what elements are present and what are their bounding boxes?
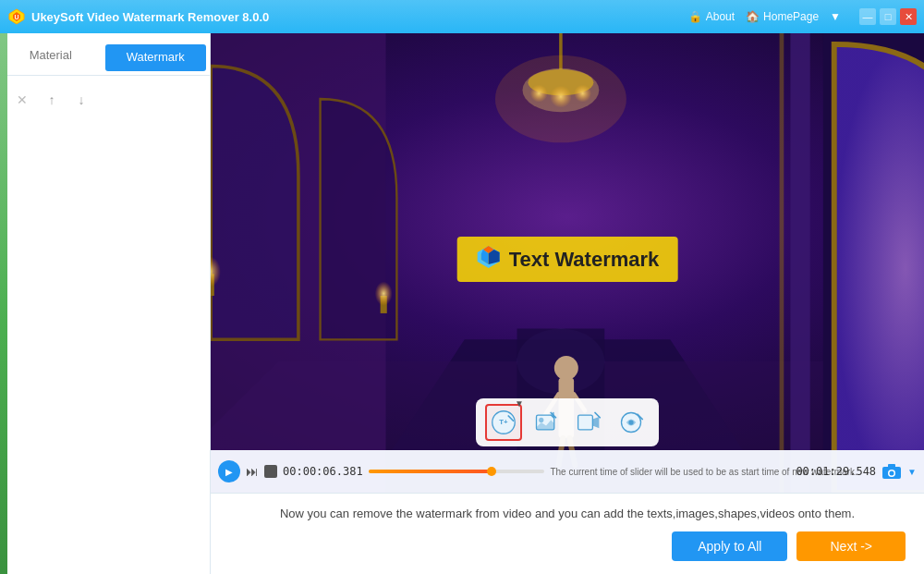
stop-button[interactable] [264,465,277,478]
bottom-section: Now you can remove the watermark from vi… [211,493,924,574]
add-animated-watermark-button[interactable] [613,404,650,441]
sidebar-tabs: Material Watermark [0,41,210,76]
svg-point-18 [375,282,393,306]
dropdown-button[interactable]: ▼ [830,10,841,23]
next-button[interactable]: Next -> [796,531,906,561]
video-controls: ▶ ⏭ 00:00:06.381 The current time of sli… [211,450,924,493]
camera-dropdown-button[interactable]: ▼ [907,467,917,477]
apply-to-all-button[interactable]: Apply to All [672,531,787,561]
title-bar-left: U UkeySoft Video Watermark Remover 8.0.0 [7,7,269,26]
about-button[interactable]: 🔒 About [688,10,735,23]
svg-point-23 [554,356,578,380]
play-button[interactable]: ▶ [218,460,240,482]
watermark-overlay: Text Watermark [457,237,678,282]
svg-rect-39 [578,415,593,430]
app-logo-icon: U [7,7,26,26]
hint-text: The current time of slider will be used … [550,467,790,477]
lock-icon: 🔒 [688,10,702,23]
toolbar-icons: T+ ▼ [476,398,659,446]
homepage-button[interactable]: 🏠 HomePage [746,10,819,23]
close-button[interactable]: ✕ [900,8,917,25]
main-container: Material Watermark ✕ ↑ ↓ [0,33,924,574]
svg-rect-28 [790,33,809,493]
sidebar-controls: ✕ ↑ ↓ [0,83,210,116]
title-bar-right: 🔒 About 🏠 HomePage ▼ — □ ✕ [688,8,917,25]
title-bar: U UkeySoft Video Watermark Remover 8.0.0… [0,0,924,33]
app-title: UkeySoft Video Watermark Remover 8.0.0 [31,10,269,24]
maximize-button[interactable]: □ [880,8,896,25]
tab-material[interactable]: Material [0,41,102,75]
side-decoration [0,33,7,574]
content-area: Text Watermark T+ ▼ [211,33,924,574]
svg-point-44 [890,471,894,476]
step-forward-button[interactable]: ⏭ [246,464,259,479]
delete-item-button[interactable]: ✕ [11,89,33,111]
watermark-text: Text Watermark [509,248,660,272]
svg-text:U: U [14,14,18,20]
add-video-watermark-button[interactable] [570,404,607,441]
screenshot-button[interactable] [881,463,902,480]
progress-bar[interactable] [369,470,545,473]
add-image-watermark-button[interactable] [528,404,565,441]
progress-bar-fill [369,470,492,473]
window-controls: — □ ✕ [859,8,917,25]
dropdown-icon: ▼ [830,10,841,23]
svg-text:T+: T+ [499,418,508,426]
svg-point-41 [628,420,633,424]
move-down-button[interactable]: ↓ [70,89,92,111]
sidebar: Material Watermark ✕ ↑ ↓ [0,33,211,574]
move-up-button[interactable]: ↑ [41,89,63,111]
minimize-button[interactable]: — [859,8,876,25]
end-time-display: 00:01:29.548 [796,465,876,478]
action-row: Apply to All Next -> [229,531,906,561]
home-icon: 🏠 [746,10,760,23]
add-text-watermark-button[interactable]: T+ ▼ [485,404,522,441]
watermark-logo-icon [476,244,502,275]
svg-point-14 [495,55,626,143]
svg-point-38 [539,418,543,422]
info-text: Now you can remove the watermark from vi… [229,507,906,520]
progress-thumb [487,467,496,476]
svg-rect-45 [888,464,895,468]
tab-watermark[interactable]: Watermark [105,44,207,71]
text-tool-dropdown-icon: ▼ [515,398,524,409]
current-time-display: 00:00:06.381 [283,465,363,478]
video-container: Text Watermark T+ ▼ [211,33,924,493]
svg-rect-29 [780,33,784,493]
